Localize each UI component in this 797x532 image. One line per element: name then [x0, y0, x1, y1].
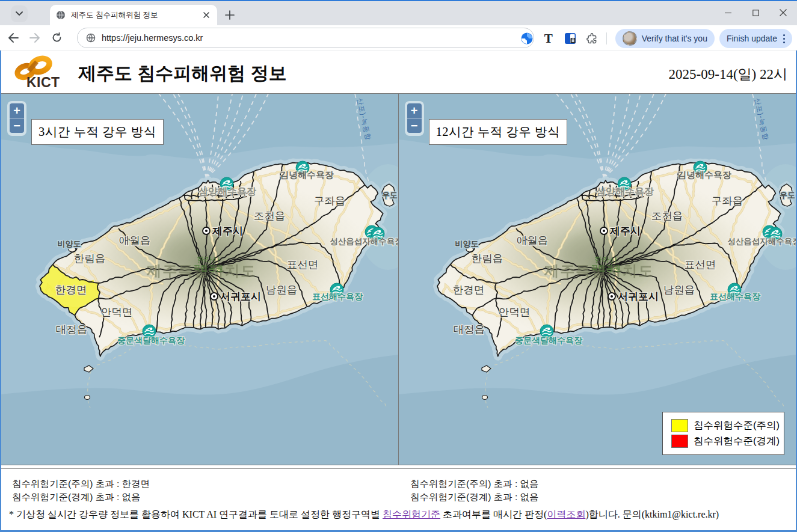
webpage: KICT 제주도 침수피해위험 정보 2025-09-14(일) 22시 제주특… — [0, 50, 797, 532]
beach-label: 김녕해수욕장 — [677, 170, 731, 180]
tab-title: 제주도 침수피해위험 정보 — [71, 10, 197, 20]
jeju-map[interactable]: 제주특별자치도한라산국립공원산포)-녹동항한림읍애월읍한경면대정읍안덕면조천읍구… — [1, 94, 398, 465]
svg-text:국립공원: 국립공원 — [591, 264, 621, 272]
status-warning-12hour: 침수위험기준(주의) 초과 : 없음 — [410, 477, 539, 491]
maximize-button[interactable] — [742, 1, 769, 24]
browser-toolbar: https://jeju.hermesys.co.kr T — [0, 25, 797, 50]
kebab-menu-icon[interactable] — [783, 33, 785, 44]
city-label: 서귀포시 — [618, 291, 659, 302]
region-label: 안덕면 — [101, 306, 133, 318]
region-label: 구좌읍 — [314, 195, 346, 207]
status-3hour: 침수위험기준(주의) 초과 : 한경면 침수위험기준(경계) 초과 : 없음 — [12, 477, 150, 504]
legend-swatch-alert — [671, 435, 688, 448]
svg-text:국립공원: 국립공원 — [193, 264, 223, 272]
tab-search-button[interactable] — [11, 5, 28, 22]
page-datetime: 2025-09-14(일) 22시 — [669, 65, 787, 84]
zoom-in-button[interactable]: + — [10, 103, 24, 118]
forward-arrow-icon — [29, 33, 40, 43]
map-panel-3hour[interactable]: 제주특별자치도한라산국립공원산포)-녹동항한림읍애월읍한경면대정읍안덕면조천읍구… — [1, 94, 398, 465]
city-label: 서귀포시 — [220, 291, 261, 302]
region-label: 표선면 — [684, 258, 716, 271]
zoom-out-button[interactable]: − — [407, 118, 422, 133]
map-caption-12hour: 12시간 누적 강우 방식 — [429, 119, 567, 145]
tab-close-icon[interactable] — [202, 10, 211, 20]
toolbar-divider — [606, 32, 607, 44]
maximize-icon — [752, 10, 759, 16]
beach-label: 표선해수욕장 — [710, 292, 761, 301]
map-panel-12hour[interactable]: 제주특별자치도한라산국립공원산포)-녹동항한림읍애월읍한경면대정읍안덕면조천읍구… — [399, 94, 796, 465]
reload-button[interactable] — [48, 29, 65, 46]
minimize-button[interactable] — [714, 1, 742, 24]
reload-icon — [52, 32, 62, 43]
toolbar-extensions: T Verify that it's you Finish update — [516, 28, 792, 49]
region-label: 남원읍 — [663, 284, 695, 296]
island-label: 비양도 — [58, 239, 81, 248]
legend-label-alert: 침수위험수준(경계) — [694, 435, 780, 448]
region-label: 한림읍 — [74, 252, 106, 264]
footnote-text-3: )합니다. 문의(ktkim1@kict.re.kr) — [585, 509, 719, 519]
page-header: KICT 제주도 침수피해위험 정보 2025-09-14(일) 22시 — [1, 50, 796, 93]
back-button[interactable] — [5, 29, 22, 46]
beach-label: 삼양해수욕장 — [198, 186, 256, 197]
page-footer: 침수위험기준(주의) 초과 : 한경면 침수위험기준(경계) 초과 : 없음 침… — [1, 465, 796, 530]
verify-identity-chip[interactable]: Verify that it's you — [615, 29, 715, 48]
address-bar[interactable]: https://jeju.hermesys.co.kr — [77, 28, 534, 48]
url-text: https://jeju.hermesys.co.kr — [102, 33, 203, 43]
tab-active[interactable]: 제주도 침수피해위험 정보 — [50, 5, 217, 25]
beach-label: 성산읍섭지해수욕장 — [330, 237, 398, 246]
region-label: 한림읍 — [471, 252, 503, 264]
region-label: 애월읍 — [516, 234, 548, 246]
verify-chip-label: Verify that it's you — [642, 34, 707, 43]
close-window-button[interactable] — [769, 1, 797, 24]
footer-divider — [1, 468, 796, 469]
new-tab-button[interactable] — [224, 9, 236, 21]
status-alert-3hour: 침수위험기준(경계) 초과 : 없음 — [12, 491, 150, 504]
region-label: 한경면 — [55, 284, 87, 296]
region-label: 대정읍 — [453, 323, 485, 335]
footnote-text-1: * 기상청 실시간 강우량 정보를 활용하여 KICT AI 연구결과를 토대로… — [9, 509, 383, 519]
extensions-puzzle-icon[interactable] — [585, 31, 599, 46]
region-label: 구좌읍 — [711, 195, 743, 207]
chevron-down-icon — [16, 11, 23, 16]
extension-blue-swirl-icon[interactable] — [520, 31, 534, 46]
region-label: 남원읍 — [266, 284, 298, 296]
region-label: 안덕면 — [498, 306, 530, 318]
extension-sidebar-lock-icon[interactable] — [563, 31, 577, 46]
region-label: 조천읍 — [651, 210, 683, 222]
jeju-map[interactable]: 제주특별자치도한라산국립공원산포)-녹동항한림읍애월읍한경면대정읍안덕면조천읍구… — [399, 94, 796, 465]
site-info-globe-icon[interactable] — [86, 33, 96, 43]
legend-row-alert: 침수위험수준(경계) — [671, 434, 784, 448]
tab-favicon-globe-icon — [56, 10, 66, 20]
history-link[interactable]: 이력조회 — [547, 509, 585, 519]
zoom-in-button[interactable]: + — [407, 103, 422, 118]
region-label: 표선면 — [287, 258, 319, 271]
status-12hour: 침수위험기준(주의) 초과 : 없음 침수위험기준(경계) 초과 : 없음 — [410, 477, 539, 504]
flood-criteria-link[interactable]: 침수위험기준 — [383, 509, 440, 519]
legend-label-warning: 침수위험수준(주의) — [694, 419, 780, 432]
footnote-text-2: 초과여부를 매시간 판정( — [440, 509, 547, 519]
beach-label: 성산읍섭지해수욕장 — [727, 237, 796, 246]
legend-row-warning: 침수위험수준(주의) — [671, 418, 784, 433]
hallasan-label: 한라산 — [197, 255, 220, 264]
city-label: 제주시 — [609, 225, 641, 237]
zoom-out-button[interactable]: − — [10, 118, 24, 133]
island-label: 우도 — [780, 191, 795, 200]
region-label: 대정읍 — [56, 323, 88, 335]
back-arrow-icon — [8, 33, 19, 43]
finish-update-chip[interactable]: Finish update — [719, 29, 792, 48]
island-label: 우도 — [382, 191, 398, 200]
region-label: 애월읍 — [119, 234, 151, 246]
island-label: 비양도 — [455, 239, 478, 248]
map-caption-3hour: 3시간 누적 강우 방식 — [31, 119, 164, 145]
forward-button[interactable] — [26, 29, 43, 46]
hallasan-label: 한라산 — [594, 255, 617, 264]
minimize-icon — [725, 10, 731, 16]
zoom-control: + − — [7, 101, 26, 136]
profile-avatar — [623, 31, 637, 46]
beach-label: 중문색달해수욕장 — [515, 335, 583, 345]
extension-t-icon[interactable]: T — [541, 31, 556, 46]
page-title: 제주도 침수피해위험 정보 — [78, 61, 287, 86]
maps-container: 제주특별자치도한라산국립공원산포)-녹동항한림읍애월읍한경면대정읍안덕면조천읍구… — [1, 93, 796, 465]
zoom-control: + − — [405, 101, 424, 136]
region-label: 조천읍 — [254, 210, 286, 222]
